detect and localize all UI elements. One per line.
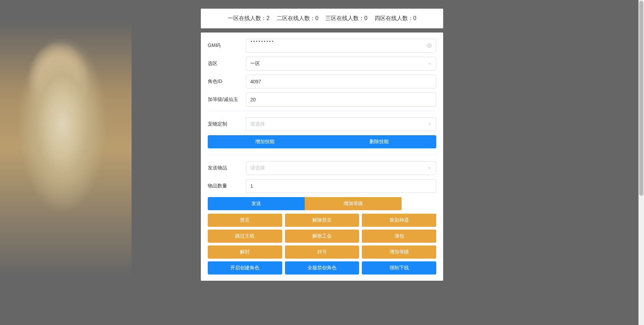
item-qty-label: 物品数量 <box>208 183 246 189</box>
zone1-stat: 一区在线人数：2 <box>228 15 270 22</box>
zone4-label: 四区在线人数： <box>375 15 413 21</box>
main-panel: 一区在线人数：2 二区在线人数：0 三区在线人数：0 四区在线人数：0 GM码 … <box>201 9 443 281</box>
zone3-count: 0 <box>364 15 367 21</box>
divider <box>208 155 436 155</box>
character-artwork <box>0 0 132 295</box>
zone1-count: 2 <box>267 15 270 21</box>
level-adjust-label: 加等级/减仙玉 <box>208 96 246 103</box>
disband-guild-button[interactable]: 解散工会 <box>285 230 359 243</box>
plan-artifact-button[interactable]: 策划神器 <box>362 214 436 227</box>
skip-main-button[interactable]: 跳过主线 <box>208 230 282 243</box>
enable-create-role-button[interactable]: 开启创建角色 <box>208 261 282 275</box>
zone-select-label: 选区 <box>208 61 246 67</box>
zone4-count: 0 <box>413 15 417 21</box>
send-item-label: 发送物品 <box>208 165 246 171</box>
zone2-label: 二区在线人数： <box>277 15 315 21</box>
delete-skill-button[interactable]: 删除技能 <box>322 135 436 148</box>
zone2-count: 0 <box>315 15 319 21</box>
unban-button[interactable]: 解封 <box>208 245 282 259</box>
add-level2-button[interactable]: 增加等级 <box>362 245 436 259</box>
gm-code-label: GM码 <box>208 43 246 49</box>
item-qty-input[interactable] <box>246 179 436 193</box>
divider <box>208 111 436 111</box>
add-skill-button[interactable]: 增加技能 <box>208 135 322 148</box>
zone-select[interactable]: 一区 <box>246 57 436 71</box>
online-stats-bar: 一区在线人数：2 二区在线人数：0 三区在线人数：0 四区在线人数：0 <box>201 9 443 28</box>
svg-point-0 <box>429 45 430 46</box>
scrollbar-thumb[interactable] <box>639 1 643 196</box>
force-offline-button[interactable]: 强制下线 <box>362 261 436 275</box>
clear-bag-button[interactable]: 清包 <box>362 230 436 243</box>
pet-custom-select[interactable]: 请选择 <box>246 117 436 131</box>
scrollbar[interactable] <box>638 0 644 295</box>
zone3-stat: 三区在线人数：0 <box>325 15 367 22</box>
zone3-label: 三区在线人数： <box>325 15 364 21</box>
gm-form-card: GM码 ••••••••• 选区 一区 角色ID <box>201 32 443 281</box>
unmute-button[interactable]: 解除禁言 <box>285 214 359 227</box>
zone2-stat: 二区在线人数：0 <box>277 15 319 22</box>
mute-button[interactable]: 禁言 <box>208 214 282 227</box>
add-level-button[interactable]: 增加等级 <box>305 197 402 210</box>
eye-icon[interactable] <box>427 43 432 48</box>
role-id-label: 角色ID <box>208 78 246 85</box>
level-adjust-input[interactable] <box>246 93 436 106</box>
zone1-label: 一区在线人数： <box>228 15 267 21</box>
role-id-input[interactable] <box>246 75 436 89</box>
send-button[interactable]: 发送 <box>208 197 305 210</box>
pet-custom-label: 宠物定制 <box>208 121 246 127</box>
send-item-select[interactable]: 请选择 <box>246 161 436 175</box>
gm-code-input[interactable]: ••••••••• <box>246 39 436 53</box>
server-ban-create-role-button[interactable]: 全服禁创角色 <box>285 261 359 275</box>
ban-button[interactable]: 封号 <box>285 245 359 259</box>
zone4-stat: 四区在线人数：0 <box>375 15 417 22</box>
